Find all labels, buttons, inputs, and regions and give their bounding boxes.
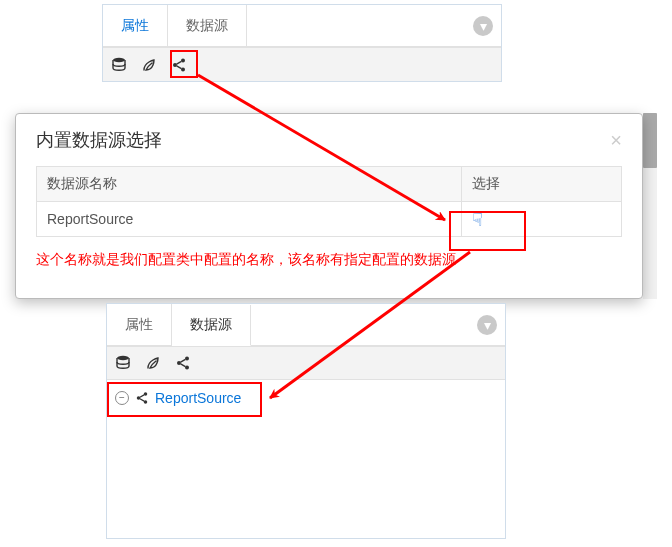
share-icon [135,391,149,405]
svg-point-0 [113,57,125,61]
leaf-icon[interactable] [145,355,161,371]
chevron-down-icon: ▾ [484,317,491,333]
tab-label: 数据源 [190,316,232,334]
tree-collapse-icon[interactable]: − [115,391,129,405]
tab-datasource[interactable]: 数据源 [168,5,247,46]
row-name-cell: ReportSource [37,202,462,237]
svg-point-4 [117,356,129,360]
datasource-table: 数据源名称 选择 ReportSource ☟ [36,166,622,237]
datasource-tree: − ReportSource [107,380,505,416]
collapse-button-2[interactable]: ▾ [477,315,497,335]
bottom-toolbar [107,346,505,380]
collapse-button[interactable]: ▾ [473,16,493,36]
tab-label: 属性 [121,17,149,35]
dialog-note: 这个名称就是我们配置类中配置的名称，该名称有指定配置的数据源 [36,251,622,269]
top-panel-tabs: 属性 数据源 ▾ [103,5,501,47]
tab-attributes[interactable]: 属性 [103,5,168,46]
dialog-header: 内置数据源选择 × [36,128,622,152]
close-icon[interactable]: × [610,130,622,150]
bottom-panel: 属性 数据源 ▾ − ReportSource [106,303,506,539]
datasource-dialog: 内置数据源选择 × 数据源名称 选择 ReportSource ☟ 这个名称就是… [15,113,643,299]
database-icon[interactable] [115,355,131,371]
tab-label: 属性 [125,316,153,334]
tab-datasource-2[interactable]: 数据源 [172,305,251,346]
tab-attributes-2[interactable]: 属性 [107,304,172,345]
dialog-wrapper: 内置数据源选择 × 数据源名称 选择 ReportSource ☟ 这个名称就是… [15,113,657,299]
database-icon[interactable] [111,57,127,73]
select-hand-icon[interactable]: ☟ [472,211,483,229]
tree-item-label: ReportSource [155,390,241,406]
chevron-down-icon: ▾ [480,18,487,34]
dialog-title: 内置数据源选择 [36,128,162,152]
share-icon[interactable] [171,57,187,73]
tab-label: 数据源 [186,17,228,35]
table-header-row: 数据源名称 选择 [37,167,622,202]
col-name-header: 数据源名称 [37,167,462,202]
bottom-panel-tabs: 属性 数据源 ▾ [107,304,505,346]
tree-item[interactable]: − ReportSource [115,390,497,406]
leaf-icon[interactable] [141,57,157,73]
top-toolbar [103,47,501,81]
top-panel: 属性 数据源 ▾ [102,4,502,82]
col-select-header: 选择 [462,167,622,202]
scrollbar-thumb[interactable] [643,113,657,168]
row-select-cell: ☟ [462,202,622,237]
share-icon[interactable] [175,355,191,371]
table-row: ReportSource ☟ [37,202,622,237]
